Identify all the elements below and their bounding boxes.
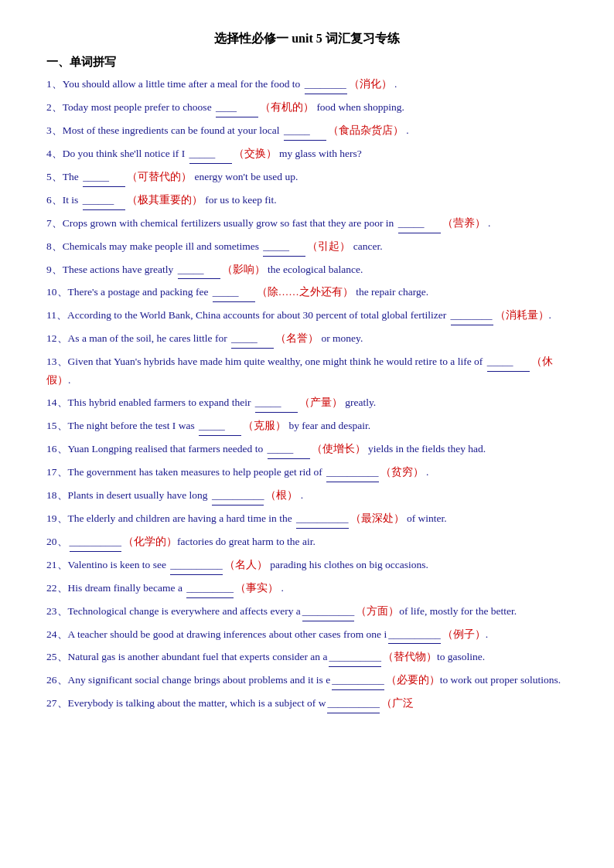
hint-text: （名誉） [275,332,319,344]
list-item: 20、__________（化学的）factories do great har… [46,533,568,552]
blank-field: __________ [326,464,379,482]
item-number: 21、 [46,559,68,570]
item-number: 23、 [46,605,68,617]
list-item: 27、Everybody is talking about the matter… [46,695,568,713]
item-number: 6、 [46,194,63,206]
list-item: 8、Chemicals may make people ill and some… [46,238,568,257]
blank-field: __________ [329,648,381,667]
hint-text: （广泛 [381,697,414,709]
list-item: 18、Plants in desert usually have long __… [46,487,568,505]
item-number: 13、 [46,356,68,367]
item-number: 4、 [46,148,63,159]
list-item: 2、Today most people prefer to choose ___… [46,99,568,117]
hint-text: （除……之外还有） [257,286,353,298]
blank-field: _____ [178,261,220,280]
hint-text: （克服） [243,420,286,431]
item-number: 17、 [46,466,68,478]
list-item: 5、The _____（可替代的） energy won't be used u… [46,168,568,187]
hint-text: （引起） [307,240,350,252]
item-number: 3、 [46,124,63,136]
blank-field: _____ [255,394,298,413]
hint-text: （可替代的） [127,171,192,182]
item-number: 8、 [46,240,63,252]
blank-field: ______ [83,192,125,210]
list-item: 12、As a man of the soil, he cares little… [46,330,568,349]
hint-text: （最深处） [350,512,404,524]
hint-text: （必要的） [386,674,440,686]
blank-field: _________ [186,580,234,598]
hint-text: （名人） [224,559,268,570]
hint-text: （产量） [299,397,343,408]
list-item: 25、Natural gas is another abundant fuel … [46,648,568,667]
item-number: 9、 [46,264,63,275]
blank-field: __________ [302,603,355,621]
item-number: 19、 [46,512,68,524]
page-title: 选择性必修一 unit 5 词汇复习专练 [46,31,568,47]
list-item: 9、These actions have greatly _____（影响） t… [46,261,568,280]
hint-text: （消耗量） [495,309,549,321]
item-number: 25、 [46,651,68,662]
hint-text: （极其重要的） [127,194,203,206]
item-number: 20、 [46,536,68,547]
list-item: 24、A teacher should be good at drawing i… [46,626,568,645]
blank-field: _____ [487,353,530,372]
item-number: 11、 [46,309,67,321]
item-number: 12、 [46,332,68,344]
list-item: 3、Most of these ingredients can be found… [46,122,568,141]
blank-field: __________ [170,557,223,575]
blank-field: ________ [305,76,347,94]
list-item: 19、The elderly and children are having a… [46,510,568,529]
item-number: 5、 [46,171,63,182]
item-number: 15、 [46,420,68,431]
blank-field: __________ [70,533,122,552]
item-number: 1、 [46,78,63,90]
list-item: 23、Technological change is everywhere an… [46,603,568,621]
blank-field: _____ [268,441,310,459]
list-item: 11、According to the World Bank, China ac… [46,307,568,325]
list-item: 7、Crops grown with chemical fertilizers … [46,215,568,233]
list-item: 14、This hybrid enabled farmers to expand… [46,394,568,413]
blank-field: __________ [332,672,384,690]
item-number: 26、 [46,674,68,686]
blank-field: __________ [327,695,380,713]
hint-text: （贫穷） [380,466,424,478]
list-item: 6、It is ______（极其重要的） for us to keep fit… [46,192,568,210]
blank-field: _____ [189,145,232,164]
hint-text: （消化） [349,78,392,90]
blank-field: __________ [212,487,264,505]
blank-field: _____ [263,238,305,257]
list-item: 21、Valentino is keen to see __________（名… [46,557,568,575]
item-number: 22、 [46,582,68,594]
hint-text: （食品杂货店） [328,124,404,136]
list-item: 1、You should allow a little time after a… [46,76,568,94]
list-item: 22、His dream finally became a _________（… [46,580,568,598]
blank-field: ________ [451,307,493,325]
hint-text: （有机的） [260,101,314,113]
hint-text: （休假） [46,356,553,386]
item-number: 10、 [46,286,68,298]
blank-field: _____ [213,284,255,302]
section1-header: 一、单词拼写 [46,55,568,70]
hint-text: （事实） [235,582,278,594]
item-number: 7、 [46,217,63,229]
item-number: 14、 [46,397,68,408]
hint-text: （方面） [356,605,399,617]
list-item: 15、The night before the test I was _____… [46,417,568,436]
item-number: 16、 [46,443,68,454]
list-item: 13、Given that Yuan's hybrids have made h… [46,353,568,390]
list-item: 16、Yuan Longping realised that farmers n… [46,441,568,459]
blank-field: _____ [284,122,326,141]
blank-field: _____ [231,330,274,349]
hint-text: （根） [265,489,298,501]
list-item: 4、Do you think she'll notice if I _____（… [46,145,568,164]
item-number: 2、 [46,101,63,113]
hint-text: （交换） [234,148,277,159]
hint-text: （化学的） [123,536,177,547]
blank-field: __________ [388,626,441,645]
item-number: 27、 [46,697,68,709]
hint-text: （营养） [442,217,486,229]
hint-text: （替代物） [383,651,437,662]
item-number: 18、 [46,489,68,501]
blank-field: __________ [296,510,349,529]
hint-text: （影响） [222,264,265,275]
